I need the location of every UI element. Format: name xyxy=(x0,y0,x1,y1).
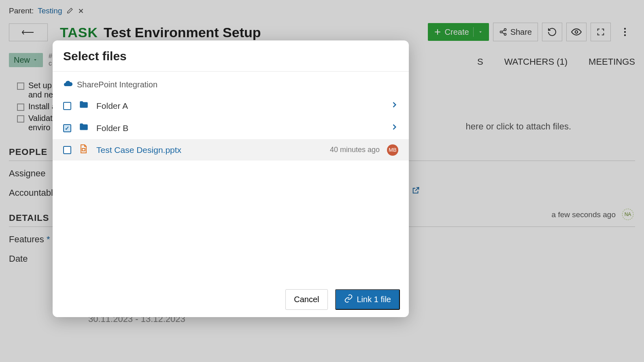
row-checkbox[interactable] xyxy=(63,102,71,110)
file-breadcrumb[interactable]: SharePoint Integration xyxy=(53,72,409,95)
link-files-button[interactable]: Link 1 file xyxy=(335,289,400,310)
cloud-icon xyxy=(63,79,73,91)
modal-footer: Cancel Link 1 file xyxy=(53,282,409,317)
chevron-right-icon[interactable] xyxy=(390,123,398,133)
file-row-file[interactable]: Test Case Design.pptx 40 minutes ago MB xyxy=(53,139,409,161)
file-name[interactable]: Test Case Design.pptx xyxy=(96,145,323,155)
presentation-file-icon xyxy=(79,144,89,156)
file-row-folder[interactable]: Folder A xyxy=(53,95,409,117)
folder-icon xyxy=(79,122,89,134)
select-files-modal: Select files SharePoint Integration Fold… xyxy=(53,40,409,317)
link-icon xyxy=(344,294,353,305)
file-row-folder[interactable]: Folder B xyxy=(53,117,409,139)
svg-rect-7 xyxy=(82,148,85,151)
row-checkbox[interactable] xyxy=(63,146,71,154)
folder-icon xyxy=(79,99,89,112)
file-name: Folder A xyxy=(96,101,383,111)
cancel-button[interactable]: Cancel xyxy=(285,289,327,310)
chevron-right-icon[interactable] xyxy=(390,101,398,111)
file-name: Folder B xyxy=(96,123,383,133)
breadcrumb-label: SharePoint Integration xyxy=(77,80,157,89)
file-list: Folder A Folder B Test Case Design.pptx … xyxy=(53,95,409,282)
file-timestamp: 40 minutes ago xyxy=(330,146,380,154)
avatar: MB xyxy=(387,144,398,156)
modal-title: Select files xyxy=(53,40,409,72)
row-checkbox[interactable] xyxy=(63,124,71,132)
link-button-label: Link 1 file xyxy=(357,295,391,304)
